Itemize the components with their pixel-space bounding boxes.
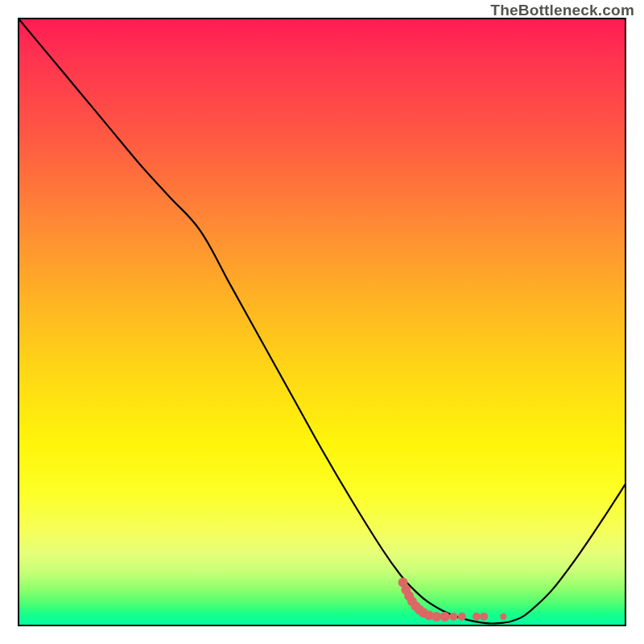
marker-dot <box>431 612 441 621</box>
chart-svg <box>18 18 626 626</box>
marker-dot <box>473 613 481 621</box>
marker-dot <box>449 613 457 621</box>
bottleneck-markers-group <box>398 578 507 621</box>
marker-dot <box>500 613 506 620</box>
marker-dot <box>440 612 450 621</box>
marker-dot <box>480 613 488 621</box>
marker-dot <box>458 613 466 621</box>
bottleneck-curve-path <box>18 18 626 624</box>
chart-container: TheBottleneck.com <box>0 0 644 644</box>
plot-area <box>18 18 626 626</box>
watermark-text: TheBottleneck.com <box>490 2 634 19</box>
